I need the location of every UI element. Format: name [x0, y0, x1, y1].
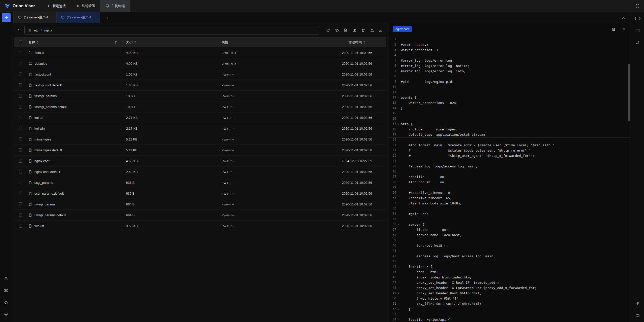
breadcrumb-segment[interactable]: etc — [34, 28, 38, 32]
code-line[interactable]: 52 } — [389, 306, 631, 312]
row-checkbox[interactable] — [19, 159, 22, 163]
delete-button[interactable] — [359, 26, 367, 34]
code-line[interactable]: 31 keepalive_timeout 65; — [389, 195, 631, 201]
code-line[interactable]: 21 #log_format main '$remote_addr - $rem… — [389, 142, 631, 148]
send-command-button[interactable] — [633, 299, 642, 307]
code-line[interactable]: 24 — [389, 158, 631, 164]
file-name[interactable]: win-utf — [34, 224, 44, 228]
file-name[interactable]: uwsgi_params — [34, 202, 56, 206]
file-row[interactable]: uwsgi_params 664 B -rw-r--r-- 2020-11-01… — [14, 199, 386, 210]
tab-server-1[interactable]: (1) server-生产-1 — [13, 12, 57, 23]
fold-chevron-icon[interactable] — [397, 292, 400, 295]
editor-scrollbar-thumb[interactable] — [628, 64, 630, 121]
code-line[interactable]: 2 #user nobody; — [389, 42, 631, 47]
code-line[interactable]: 46 index index.html index.htm; — [389, 275, 631, 280]
screenshot-button[interactable] — [633, 311, 642, 319]
code-line[interactable]: 39 — [389, 238, 631, 243]
file-row[interactable]: fastcgi.conf 1.05 KB -rw-r--r-- 2020-11-… — [14, 69, 386, 80]
file-row[interactable]: scgi_params.default 636 B -rw-r--r-- 202… — [14, 188, 386, 199]
row-checkbox[interactable] — [19, 62, 22, 65]
back-button[interactable] — [15, 27, 22, 34]
code-line[interactable]: 48 proxy_set_header X-Forwarded-For $pro… — [389, 285, 631, 291]
code-line[interactable]: 36 server { — [389, 222, 631, 227]
new-connection-button[interactable] — [2, 13, 11, 22]
file-name[interactable]: fastcgi.conf.default — [34, 83, 62, 87]
navbar-item-new-connection[interactable]: 新建连接 — [42, 0, 71, 12]
file-name[interactable]: mime.types.default — [34, 148, 62, 152]
new-folder-button[interactable] — [350, 26, 358, 34]
fold-chevron-icon[interactable] — [397, 266, 400, 268]
file-row[interactable]: mime.types 5.11 KB -rw-r--r-- 2020-11-01… — [14, 134, 386, 145]
code-line[interactable]: 38 server_name localhost; — [389, 232, 631, 238]
file-row[interactable]: conf.d 4.00 KB drwxr-xr-x 2020-11-01 10:… — [14, 47, 386, 58]
code-line[interactable]: 18 include mime.types; — [389, 127, 631, 132]
code-line[interactable]: 27 sendfile on; — [389, 174, 631, 180]
sort-carets-icon[interactable] — [363, 41, 365, 44]
code-line[interactable]: 15 — [389, 111, 631, 116]
code-line[interactable]: 13 worker_connections 1024; — [389, 100, 631, 105]
code-line[interactable]: 14 } — [389, 105, 631, 111]
variables-button[interactable]: { } — [633, 14, 642, 23]
row-checkbox[interactable] — [19, 224, 22, 228]
user-button[interactable] — [2, 274, 10, 283]
file-name[interactable]: nginx.conf — [34, 159, 49, 163]
code-line[interactable]: 49 proxy_set_header Host $http_host; — [389, 291, 631, 296]
row-checkbox[interactable] — [19, 148, 22, 152]
file-row[interactable]: scgi_params 636 B -rw-r--r-- 2020-11-01 … — [14, 177, 386, 188]
row-checkbox[interactable] — [19, 137, 22, 141]
code-line[interactable]: 12 events { — [389, 95, 631, 100]
add-tab-button[interactable] — [104, 14, 111, 21]
file-row[interactable]: uwsgi_params.default 664 B -rw-r--r-- 20… — [14, 210, 386, 221]
settings-button[interactable] — [2, 310, 10, 319]
download-button[interactable] — [377, 26, 385, 34]
row-checkbox[interactable] — [19, 127, 22, 130]
navbar-item-terminal-settings[interactable]: 终端设置 — [71, 0, 100, 12]
file-row[interactable]: win-utf 3.53 KB -rw-r--r-- 2020-11-01 10… — [14, 221, 386, 231]
filter-funnel-icon[interactable] — [114, 41, 117, 44]
fold-chevron-icon[interactable] — [397, 96, 400, 99]
code-line[interactable]: 30 #keepalive_timeout 0; — [389, 190, 631, 195]
file-name[interactable]: uwsgi_params.default — [34, 213, 66, 217]
code-line[interactable]: 32 client_max_body_size 1048m; — [389, 201, 631, 206]
file-row[interactable]: mime.types.default 5.11 KB -rw-r--r-- 20… — [14, 145, 386, 156]
code-line[interactable]: 29 — [389, 185, 631, 190]
file-name[interactable]: koi-utf — [34, 116, 43, 120]
file-name[interactable]: scgi_params.default — [34, 192, 64, 195]
row-checkbox[interactable] — [19, 83, 22, 87]
file-name[interactable]: fastcgi_params.default — [34, 105, 67, 109]
code-line[interactable]: 10 — [389, 84, 631, 90]
code-line[interactable]: 5 #error_log logs/error.log; — [389, 58, 631, 63]
open-file-badge[interactable]: nginx.conf — [393, 26, 412, 32]
row-checkbox[interactable] — [19, 73, 22, 76]
close-editor-button[interactable] — [621, 26, 627, 32]
row-checkbox[interactable] — [19, 170, 22, 173]
tab-server-2[interactable]: (2) server-生产-1 — [57, 12, 100, 23]
upload-button[interactable] — [368, 26, 376, 34]
header-mtime[interactable]: 修改时间 — [328, 40, 386, 45]
header-size[interactable]: 大小 — [124, 40, 220, 45]
code-line[interactable]: 19 default_type application/octet-stream… — [389, 132, 631, 137]
file-name[interactable]: fastcgi_params — [34, 94, 57, 98]
code-line[interactable]: 47 proxy_set_header X-Real-IP $remote_ad… — [389, 280, 631, 285]
code-line[interactable]: 40 #charset koi8-r; — [389, 243, 631, 248]
code-line[interactable]: 26 — [389, 169, 631, 174]
code-line[interactable]: 35 — [389, 217, 631, 222]
fold-chevron-icon[interactable] — [397, 308, 400, 310]
code-line[interactable]: 3 worker_processes 1; — [389, 47, 631, 53]
code-line[interactable]: 7 #error_log logs/error.log info; — [389, 68, 631, 74]
row-checkbox[interactable] — [19, 51, 22, 54]
code-line[interactable]: 4 — [389, 53, 631, 58]
code-line[interactable]: 33 — [389, 206, 631, 211]
file-row[interactable]: koi-utf 2.77 KB -rw-r--r-- 2020-11-01 10… — [14, 112, 386, 123]
code-line[interactable]: 54 location /orion/api { — [389, 317, 631, 322]
swap-vertical-button[interactable] — [633, 38, 642, 47]
code-line[interactable]: 23 # '"$http_user_agent" "$http_x_forwar… — [389, 153, 631, 158]
code-line[interactable]: 43 — [389, 259, 631, 264]
code-line[interactable]: 45 root html; — [389, 269, 631, 275]
code-line[interactable]: 41 — [389, 248, 631, 254]
row-checkbox[interactable] — [19, 192, 22, 195]
code-line[interactable]: 51 try_files $uri $uri/ /index.html; — [389, 301, 631, 306]
breadcrumb-segment[interactable]: nginx — [44, 28, 52, 32]
file-row[interactable]: koi-win 2.17 KB -rw-r--r-- 2020-11-01 10… — [14, 123, 386, 134]
save-button[interactable] — [611, 26, 617, 32]
